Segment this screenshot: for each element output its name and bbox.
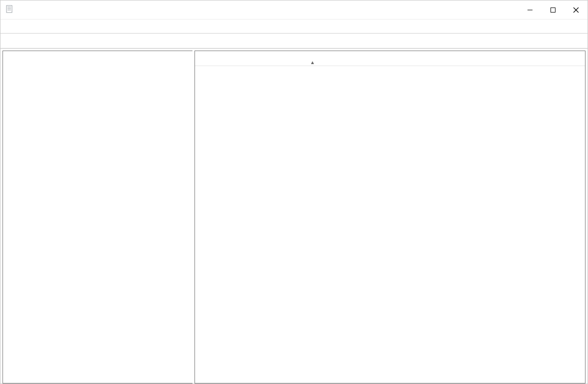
sort-indicator-icon: ▲ xyxy=(310,60,315,65)
app-icon xyxy=(6,5,14,15)
minimize-button[interactable] xyxy=(518,1,542,20)
svg-rect-0 xyxy=(6,6,12,13)
menu-bar xyxy=(0,20,588,34)
list-pane[interactable]: ▲ xyxy=(194,51,586,383)
maximize-button[interactable] xyxy=(542,1,564,20)
title-bar xyxy=(0,1,588,20)
close-button[interactable] xyxy=(564,1,588,20)
svg-rect-5 xyxy=(551,8,556,12)
list-header: ▲ xyxy=(195,51,585,66)
toolbar xyxy=(0,34,588,49)
tree-pane[interactable] xyxy=(2,51,192,383)
content-area: ▲ xyxy=(0,49,588,383)
